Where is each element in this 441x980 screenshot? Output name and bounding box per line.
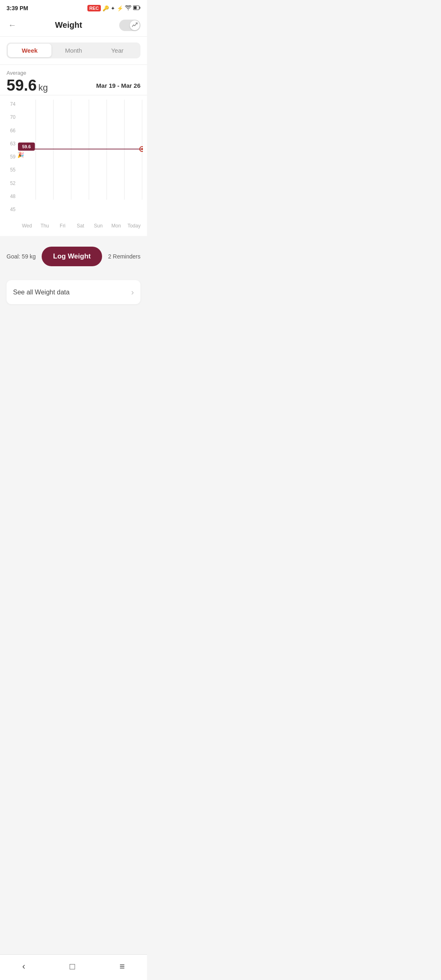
average-label: Average — [7, 70, 140, 76]
battery-icon — [133, 5, 140, 11]
back-button[interactable]: ← — [7, 19, 18, 31]
y-label-55: 55 — [0, 167, 18, 173]
reminders-text[interactable]: 2 Reminders — [108, 253, 140, 260]
see-all-section[interactable]: See all Weight data › — [7, 280, 140, 304]
wifi-icon — [125, 5, 131, 11]
signal-icon: ⚡ — [117, 5, 123, 11]
bottom-actions: Goal: 59 kg Log Weight 2 Reminders — [0, 238, 147, 274]
y-label-74: 74 — [0, 101, 18, 107]
recording-indicator: REC — [87, 5, 101, 11]
page-title: Weight — [55, 20, 82, 30]
period-tabs: Week Month Year — [7, 42, 140, 58]
status-bar: 3:39 PM REC 🔑 ✦ ⚡ — [0, 0, 147, 15]
svg-text:🎉: 🎉 — [18, 151, 24, 158]
see-all-text: See all Weight data — [13, 289, 69, 296]
x-label-mon: Mon — [107, 223, 125, 229]
status-icons: REC 🔑 ✦ ⚡ — [87, 5, 140, 11]
chart-plot-area: 59.6 🎉 — [18, 100, 143, 214]
tab-week[interactable]: Week — [8, 44, 51, 57]
chart-y-labels: 74 70 66 63 59 55 52 48 45 — [0, 100, 18, 214]
svg-text:59.6: 59.6 — [22, 144, 31, 149]
see-all-chevron-icon: › — [131, 287, 134, 297]
tab-month[interactable]: Month — [51, 44, 95, 57]
y-label-70: 70 — [0, 114, 18, 120]
y-label-45: 45 — [0, 207, 18, 212]
x-label-sat: Sat — [71, 223, 89, 229]
chart-section: 74 70 66 63 59 55 52 48 45 — [0, 96, 147, 236]
chart-wrapper: 74 70 66 63 59 55 52 48 45 — [0, 100, 147, 230]
vpn-icon: 🔑 — [102, 5, 109, 11]
log-weight-button[interactable]: Log Weight — [42, 247, 102, 266]
x-label-thu: Thu — [36, 223, 54, 229]
chart-x-labels: Wed Thu Fri Sat Sun Mon Today — [18, 214, 143, 229]
tab-year[interactable]: Year — [96, 44, 139, 57]
stats-section: Average 59.6 kg Mar 19 - Mar 26 — [0, 65, 147, 95]
weight-unit: kg — [38, 82, 48, 93]
toggle-knob — [130, 20, 140, 30]
status-time: 3:39 PM — [7, 5, 28, 11]
svg-rect-1 — [140, 7, 140, 9]
x-label-wed: Wed — [18, 223, 36, 229]
x-label-fri: Fri — [53, 223, 71, 229]
chart-svg: 59.6 🎉 — [18, 100, 143, 214]
y-label-52: 52 — [0, 180, 18, 186]
y-label-63: 63 — [0, 141, 18, 147]
x-label-sun: Sun — [89, 223, 107, 229]
x-label-today: Today — [125, 223, 143, 229]
svg-point-15 — [141, 148, 143, 150]
y-label-48: 48 — [0, 194, 18, 199]
weight-number: 59.6 — [7, 77, 37, 94]
top-nav: ← Weight — [0, 15, 147, 37]
trend-toggle[interactable] — [119, 20, 140, 31]
svg-rect-2 — [134, 6, 137, 9]
trend-icon — [132, 22, 138, 28]
period-selector: Week Month Year — [0, 37, 147, 64]
y-label-66: 66 — [0, 128, 18, 134]
y-label-59: 59 — [0, 154, 18, 160]
goal-text: Goal: 59 kg — [7, 253, 36, 260]
bluetooth-icon: ✦ — [111, 5, 115, 11]
